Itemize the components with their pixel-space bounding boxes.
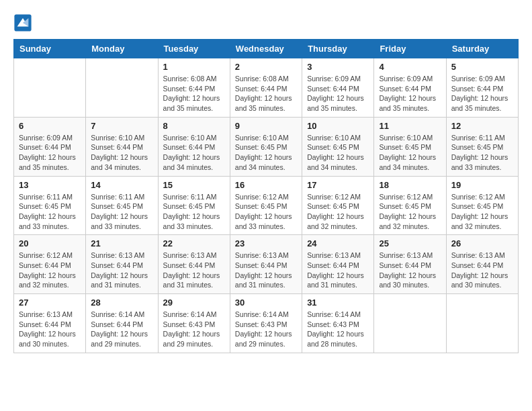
- day-number: 21: [91, 238, 152, 248]
- day-info: Sunrise: 6:13 AM Sunset: 6:44 PM Dayligh…: [91, 250, 152, 290]
- calendar-cell: 15Sunrise: 6:11 AM Sunset: 6:45 PM Dayli…: [158, 176, 230, 235]
- calendar-cell: 9Sunrise: 6:10 AM Sunset: 6:45 PM Daylig…: [230, 117, 302, 176]
- calendar-cell: [374, 294, 446, 353]
- day-info: Sunrise: 6:10 AM Sunset: 6:44 PM Dayligh…: [163, 133, 225, 173]
- week-row-4: 20Sunrise: 6:12 AM Sunset: 6:44 PM Dayli…: [14, 235, 519, 294]
- day-info: Sunrise: 6:10 AM Sunset: 6:44 PM Dayligh…: [91, 133, 152, 173]
- calendar-header: SundayMondayTuesdayWednesdayThursdayFrid…: [14, 40, 519, 58]
- day-number: 9: [235, 121, 297, 131]
- day-number: 29: [163, 298, 225, 308]
- day-info: Sunrise: 6:11 AM Sunset: 6:45 PM Dayligh…: [19, 192, 81, 232]
- weekday-header-tuesday: Tuesday: [158, 40, 230, 58]
- day-number: 10: [307, 121, 369, 131]
- weekday-header-wednesday: Wednesday: [230, 40, 302, 58]
- day-number: 31: [307, 298, 369, 308]
- day-number: 25: [379, 238, 441, 248]
- day-info: Sunrise: 6:09 AM Sunset: 6:44 PM Dayligh…: [19, 133, 81, 173]
- calendar-cell: 11Sunrise: 6:10 AM Sunset: 6:45 PM Dayli…: [374, 117, 446, 176]
- day-number: 20: [19, 238, 81, 248]
- calendar-cell: [14, 58, 86, 118]
- week-row-3: 13Sunrise: 6:11 AM Sunset: 6:45 PM Dayli…: [14, 176, 519, 235]
- calendar-cell: 28Sunrise: 6:14 AM Sunset: 6:44 PM Dayli…: [86, 294, 158, 353]
- week-row-5: 27Sunrise: 6:13 AM Sunset: 6:44 PM Dayli…: [14, 294, 519, 353]
- weekday-header-friday: Friday: [374, 40, 446, 58]
- calendar-cell: 19Sunrise: 6:12 AM Sunset: 6:45 PM Dayli…: [446, 176, 518, 235]
- calendar-cell: 31Sunrise: 6:14 AM Sunset: 6:43 PM Dayli…: [302, 294, 374, 353]
- day-info: Sunrise: 6:08 AM Sunset: 6:44 PM Dayligh…: [235, 74, 297, 113]
- day-number: 4: [379, 62, 441, 72]
- day-number: 23: [235, 238, 297, 248]
- weekday-header-thursday: Thursday: [302, 40, 374, 58]
- logo: [13, 13, 35, 32]
- logo-icon: [13, 13, 32, 32]
- calendar-cell: 5Sunrise: 6:09 AM Sunset: 6:44 PM Daylig…: [446, 58, 518, 118]
- day-number: 27: [19, 298, 81, 308]
- day-info: Sunrise: 6:11 AM Sunset: 6:45 PM Dayligh…: [163, 192, 225, 232]
- week-row-1: 1Sunrise: 6:08 AM Sunset: 6:44 PM Daylig…: [14, 58, 519, 118]
- day-number: 2: [235, 62, 297, 72]
- day-info: Sunrise: 6:09 AM Sunset: 6:44 PM Dayligh…: [451, 74, 513, 113]
- calendar-cell: 23Sunrise: 6:13 AM Sunset: 6:44 PM Dayli…: [230, 235, 302, 294]
- day-info: Sunrise: 6:13 AM Sunset: 6:44 PM Dayligh…: [19, 310, 81, 349]
- day-info: Sunrise: 6:09 AM Sunset: 6:44 PM Dayligh…: [379, 74, 441, 113]
- day-info: Sunrise: 6:12 AM Sunset: 6:45 PM Dayligh…: [307, 192, 369, 232]
- day-number: 28: [91, 298, 152, 308]
- calendar-cell: 13Sunrise: 6:11 AM Sunset: 6:45 PM Dayli…: [14, 176, 86, 235]
- weekday-header-saturday: Saturday: [446, 40, 518, 58]
- calendar-cell: 8Sunrise: 6:10 AM Sunset: 6:44 PM Daylig…: [158, 117, 230, 176]
- calendar-cell: [86, 58, 158, 118]
- calendar-cell: 2Sunrise: 6:08 AM Sunset: 6:44 PM Daylig…: [230, 58, 302, 118]
- calendar-cell: 16Sunrise: 6:12 AM Sunset: 6:45 PM Dayli…: [230, 176, 302, 235]
- calendar-cell: 3Sunrise: 6:09 AM Sunset: 6:44 PM Daylig…: [302, 58, 374, 118]
- calendar-cell: 14Sunrise: 6:11 AM Sunset: 6:45 PM Dayli…: [86, 176, 158, 235]
- day-info: Sunrise: 6:14 AM Sunset: 6:44 PM Dayligh…: [91, 310, 152, 349]
- calendar-cell: 4Sunrise: 6:09 AM Sunset: 6:44 PM Daylig…: [374, 58, 446, 118]
- calendar-cell: 6Sunrise: 6:09 AM Sunset: 6:44 PM Daylig…: [14, 117, 86, 176]
- calendar-cell: 7Sunrise: 6:10 AM Sunset: 6:44 PM Daylig…: [86, 117, 158, 176]
- day-number: 8: [163, 121, 225, 131]
- day-info: Sunrise: 6:08 AM Sunset: 6:44 PM Dayligh…: [163, 74, 225, 113]
- day-info: Sunrise: 6:14 AM Sunset: 6:43 PM Dayligh…: [235, 310, 297, 349]
- day-info: Sunrise: 6:13 AM Sunset: 6:44 PM Dayligh…: [163, 250, 225, 290]
- day-number: 22: [163, 238, 225, 248]
- day-number: 30: [235, 298, 297, 308]
- day-number: 16: [235, 180, 297, 190]
- day-number: 1: [163, 62, 225, 72]
- calendar-cell: 1Sunrise: 6:08 AM Sunset: 6:44 PM Daylig…: [158, 58, 230, 118]
- weekday-header-monday: Monday: [86, 40, 158, 58]
- calendar-cell: 20Sunrise: 6:12 AM Sunset: 6:44 PM Dayli…: [14, 235, 86, 294]
- calendar-cell: [446, 294, 518, 353]
- day-number: 5: [451, 62, 513, 72]
- day-number: 3: [307, 62, 369, 72]
- calendar-cell: 27Sunrise: 6:13 AM Sunset: 6:44 PM Dayli…: [14, 294, 86, 353]
- calendar-cell: 25Sunrise: 6:13 AM Sunset: 6:44 PM Dayli…: [374, 235, 446, 294]
- weekday-header-sunday: Sunday: [14, 40, 86, 58]
- day-number: 14: [91, 180, 152, 190]
- calendar-body: 1Sunrise: 6:08 AM Sunset: 6:44 PM Daylig…: [14, 58, 519, 353]
- day-info: Sunrise: 6:14 AM Sunset: 6:43 PM Dayligh…: [163, 310, 225, 349]
- calendar-cell: 18Sunrise: 6:12 AM Sunset: 6:45 PM Dayli…: [374, 176, 446, 235]
- day-number: 11: [379, 121, 441, 131]
- day-info: Sunrise: 6:11 AM Sunset: 6:45 PM Dayligh…: [451, 133, 513, 173]
- calendar-cell: 29Sunrise: 6:14 AM Sunset: 6:43 PM Dayli…: [158, 294, 230, 353]
- day-info: Sunrise: 6:09 AM Sunset: 6:44 PM Dayligh…: [307, 74, 369, 113]
- day-number: 26: [451, 238, 513, 248]
- calendar-cell: 26Sunrise: 6:13 AM Sunset: 6:44 PM Dayli…: [446, 235, 518, 294]
- day-number: 6: [19, 121, 81, 131]
- day-info: Sunrise: 6:12 AM Sunset: 6:45 PM Dayligh…: [235, 192, 297, 232]
- day-number: 19: [451, 180, 513, 190]
- day-number: 15: [163, 180, 225, 190]
- day-info: Sunrise: 6:12 AM Sunset: 6:45 PM Dayligh…: [451, 192, 513, 232]
- week-row-2: 6Sunrise: 6:09 AM Sunset: 6:44 PM Daylig…: [14, 117, 519, 176]
- calendar-cell: 10Sunrise: 6:10 AM Sunset: 6:45 PM Dayli…: [302, 117, 374, 176]
- day-number: 24: [307, 238, 369, 248]
- day-info: Sunrise: 6:12 AM Sunset: 6:45 PM Dayligh…: [379, 192, 441, 232]
- calendar-cell: 24Sunrise: 6:13 AM Sunset: 6:44 PM Dayli…: [302, 235, 374, 294]
- calendar-cell: 22Sunrise: 6:13 AM Sunset: 6:44 PM Dayli…: [158, 235, 230, 294]
- day-number: 12: [451, 121, 513, 131]
- day-number: 7: [91, 121, 152, 131]
- day-number: 13: [19, 180, 81, 190]
- day-info: Sunrise: 6:13 AM Sunset: 6:44 PM Dayligh…: [451, 250, 513, 290]
- day-info: Sunrise: 6:10 AM Sunset: 6:45 PM Dayligh…: [379, 133, 441, 173]
- day-info: Sunrise: 6:10 AM Sunset: 6:45 PM Dayligh…: [235, 133, 297, 173]
